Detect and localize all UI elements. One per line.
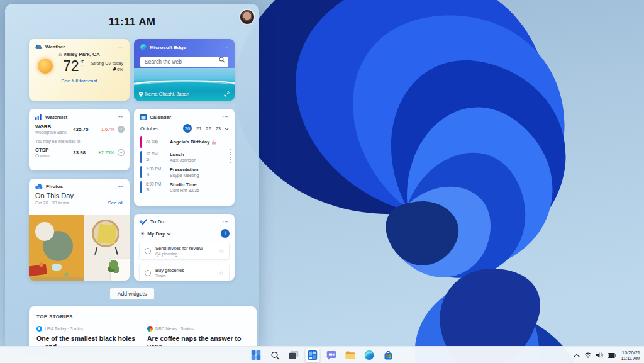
battery-icon[interactable] <box>608 353 616 358</box>
event-text: Studio Time Conf Rm 32/35 <box>170 182 199 193</box>
stock-change: +2.23% <box>98 150 114 155</box>
date-21[interactable]: 21 <box>196 126 201 131</box>
event-text: Lunch Alex Johnson <box>170 152 196 163</box>
photos-more-icon[interactable]: ⋯ <box>117 185 123 189</box>
photo-thumbnail-still-life[interactable] <box>29 215 84 281</box>
search-icon[interactable] <box>219 57 225 63</box>
watchlist-more-icon[interactable]: ⋯ <box>117 115 123 119</box>
event-title: Lunch <box>170 152 196 157</box>
event-presentation[interactable]: 1:30 PM1h Presentation Skype Meeting <box>140 166 230 178</box>
add-widgets-button[interactable]: Add widgets <box>109 288 155 300</box>
chevron-down-icon[interactable] <box>167 230 171 235</box>
task-buy-groceries[interactable]: Buy groceries Tasks ☆ <box>139 264 230 281</box>
decor <box>29 264 47 277</box>
store-button[interactable] <box>381 348 396 362</box>
todo-more-icon[interactable]: ⋯ <box>222 220 228 224</box>
widgets-grid: Weather ⋯ ⌂ Valley Park, CA 72 °F <box>5 36 259 281</box>
task-checkbox[interactable] <box>145 248 151 254</box>
add-task-button[interactable]: + <box>221 229 230 238</box>
event-lunch[interactable]: 12 PM1h Lunch Alex Johnson <box>140 151 230 163</box>
added-check-icon[interactable]: ✓ <box>118 126 125 133</box>
event-birthday[interactable]: All day Angela's Birthday <box>140 136 230 148</box>
widgets-button[interactable] <box>306 348 320 362</box>
task-view-button[interactable] <box>287 348 301 362</box>
on-this-day-heading: On This Day <box>35 192 123 199</box>
weather-location: ⌂ Valley Park, CA <box>29 52 130 57</box>
weather-body: 72 °F °C Strong UV today 0% <box>29 57 130 74</box>
taskbar-icons <box>249 347 396 363</box>
start-button[interactable] <box>249 348 264 362</box>
chat-button[interactable] <box>325 348 339 362</box>
task-text: Buy groceries Tasks <box>155 267 184 278</box>
event-title: Angela's Birthday <box>170 139 209 145</box>
watchlist-widget[interactable]: Watchlist ⋯ WGRB Woodgrove Bank 435.75 -… <box>29 109 130 170</box>
stock-names: CTSP Contoso <box>35 147 72 158</box>
edge-more-icon[interactable]: ⋯ <box>222 45 228 49</box>
search-input[interactable] <box>140 57 228 67</box>
stock-row-ctsp[interactable]: CTSP Contoso 23.98 +2.23% + <box>29 143 130 158</box>
weather-precipitation: 0% <box>91 67 123 72</box>
calendar-widget[interactable]: Calendar ⋯ October 20 21 22 23 <box>134 109 235 206</box>
unit-celsius[interactable]: °C <box>80 64 85 68</box>
see-all-link[interactable]: See all <box>108 200 123 206</box>
story-nbc-news[interactable]: NBC News · 5 mins Are coffee naps the an… <box>147 326 249 347</box>
search-button[interactable] <box>268 348 282 362</box>
edge-browser-button[interactable] <box>362 348 377 362</box>
event-title: Studio Time <box>170 182 199 187</box>
chevron-down-icon[interactable] <box>225 125 229 130</box>
event-subtitle: Alex Johnson <box>170 158 196 162</box>
task-checkbox[interactable] <box>145 270 151 276</box>
date-23[interactable]: 23 <box>216 126 221 131</box>
story-usa-today[interactable]: USA Today · 3 mins One of the smallest b… <box>36 326 138 347</box>
user-avatar[interactable] <box>240 10 254 24</box>
speaker-icon[interactable] <box>596 352 603 358</box>
weather-widget[interactable]: Weather ⋯ ⌂ Valley Park, CA 72 °F <box>29 39 130 101</box>
tray-chevron-up-icon[interactable] <box>574 354 580 357</box>
photos-meta: Oct 20 · 33 items <box>35 201 69 205</box>
story-meta: USA Today · 3 mins <box>36 326 138 332</box>
stock-row-wgrb[interactable]: WGRB Woodgrove Bank 435.75 -1.67% ✓ <box>29 120 130 135</box>
star-icon[interactable]: ☆ <box>219 248 224 254</box>
stock-price: 23.98 <box>73 150 86 155</box>
weather-more-icon[interactable]: ⋯ <box>117 45 123 49</box>
file-explorer-button[interactable] <box>343 348 358 362</box>
wifi-icon[interactable] <box>584 352 592 358</box>
photo-thumbnail-chair[interactable] <box>84 215 130 281</box>
event-color-bar <box>140 151 142 163</box>
bridge-graphic <box>134 79 235 86</box>
task-send-invites[interactable]: Send invites for review Q4 planning ☆ <box>139 242 230 260</box>
widgets-column-left: Weather ⋯ ⌂ Valley Park, CA 72 °F <box>29 39 130 281</box>
watchlist-title: Watchlist <box>45 114 67 120</box>
unit-fahrenheit[interactable]: °F <box>80 60 85 64</box>
clock-date[interactable]: 10/20/21 11:11 AM <box>621 350 640 361</box>
calendar-dates: 20 21 22 23 <box>183 124 228 133</box>
decor <box>52 264 62 271</box>
todo-widget[interactable]: To Do ⋯ ☀ My Day + Send invites for revi… <box>134 214 235 281</box>
task-title: Send invites for review <box>155 245 203 251</box>
tray-time: 11:11 AM <box>621 355 640 361</box>
event-text: Angela's Birthday <box>170 139 216 145</box>
calendar-more-icon[interactable]: ⋯ <box>222 115 228 119</box>
weather-condition: Strong UV today <box>91 61 123 65</box>
event-studio-time[interactable]: 6:00 PM3h Studio Time Conf Rm 32/35 <box>140 181 230 193</box>
sun-icon <box>38 59 53 74</box>
event-title: Presentation <box>170 167 199 172</box>
event-time: 6:00 PM3h <box>146 182 166 193</box>
calendar-scroll-indicator[interactable] <box>230 149 231 163</box>
event-time: 12 PM1h <box>146 152 166 162</box>
widgets-column-right: Microsoft Edge ⋯ Ikema Ohashi, Japan <box>134 39 235 281</box>
task-subtitle: Q4 planning <box>155 252 203 256</box>
edge-widget[interactable]: Microsoft Edge ⋯ Ikema Ohashi, Japan <box>134 39 235 101</box>
add-to-watchlist-icon[interactable]: + <box>118 149 125 156</box>
calendar-events: All day Angela's Birthday 12 PM1h <box>134 133 235 193</box>
expand-icon[interactable] <box>224 91 230 97</box>
star-icon[interactable]: ☆ <box>219 270 224 276</box>
weather-cloud-icon <box>35 44 42 50</box>
myday-label[interactable]: My Day <box>147 231 165 237</box>
photos-widget[interactable]: Photos ⋯ On This Day Oct 20 · 33 items S… <box>29 179 130 281</box>
decor <box>29 277 84 281</box>
date-20-selected[interactable]: 20 <box>183 124 192 133</box>
date-22[interactable]: 22 <box>206 126 211 131</box>
see-full-forecast-link[interactable]: See full forecast <box>29 78 130 84</box>
photos-cloud-icon <box>35 184 43 189</box>
